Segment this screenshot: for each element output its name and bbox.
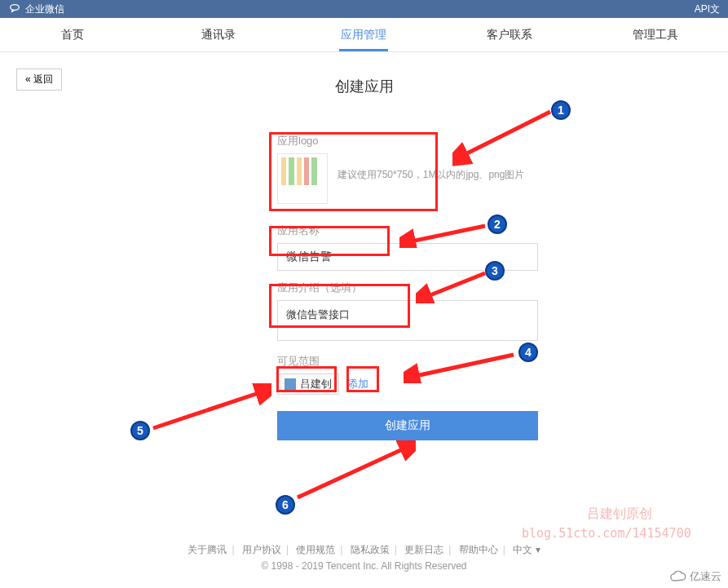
scope-user-tag[interactable]: 吕建钊: [277, 374, 339, 395]
wework-logo-icon: [8, 2, 21, 15]
logo-section: 应用logo 建议使用750*750，1M以内的jpg、png图片: [277, 134, 546, 204]
watermark-author: 吕建钊原创: [587, 506, 652, 523]
scope-label: 可见范围: [277, 354, 546, 369]
page-title: 创建应用: [335, 77, 394, 96]
name-section: 应用名称: [277, 223, 546, 271]
desc-label: 应用介绍（选填）: [277, 281, 546, 295]
footer: 关于腾讯| 用户协议| 使用规范| 隐私政策| 更新日志| 帮助中心| 中文 ▾…: [0, 543, 728, 572]
badge-1: 1: [551, 100, 571, 120]
nav-tools[interactable]: 管理工具: [582, 18, 728, 51]
badge-3: 3: [485, 261, 505, 281]
cloud-icon: [670, 571, 686, 582]
scope-user-name: 吕建钊: [300, 377, 332, 391]
nav-apps[interactable]: 应用管理: [291, 18, 437, 51]
user-icon: [285, 378, 296, 390]
footer-help[interactable]: 帮助中心: [459, 544, 498, 555]
footer-links: 关于腾讯| 用户协议| 使用规范| 隐私政策| 更新日志| 帮助中心| 中文 ▾: [0, 543, 728, 557]
footer-lang[interactable]: 中文 ▾: [513, 544, 540, 555]
brand-text: 企业微信: [25, 2, 64, 16]
footer-about[interactable]: 关于腾讯: [188, 544, 227, 555]
logo-upload[interactable]: [277, 153, 328, 204]
back-button[interactable]: « 返回: [16, 69, 62, 91]
api-link[interactable]: API文: [695, 2, 720, 16]
footer-rules[interactable]: 使用规范: [296, 544, 335, 555]
footer-copyright: © 1998 - 2019 Tencent Inc. All Rights Re…: [0, 560, 728, 572]
footer-changelog[interactable]: 更新日志: [404, 544, 443, 555]
logo-hint: 建议使用750*750，1M以内的jpg、png图片: [338, 153, 524, 182]
add-scope-link[interactable]: 添加: [347, 377, 368, 391]
badge-6: 6: [276, 495, 295, 515]
footer-terms[interactable]: 用户协议: [242, 544, 281, 555]
cloud-logo: 亿速云: [670, 569, 721, 584]
logo-label: 应用logo: [277, 134, 546, 148]
nav-customers[interactable]: 客户联系: [437, 18, 583, 51]
nav-bar: 首页 通讯录 应用管理 客户联系 管理工具: [0, 18, 728, 52]
badge-2: 2: [488, 214, 507, 234]
app-desc-input[interactable]: [277, 300, 538, 341]
content: « 返回 创建应用 应用logo 建议使用750*750，1M以内的jpg、pn…: [0, 52, 728, 525]
watermark-url: blog.51cto.com/14154700: [522, 526, 691, 541]
badge-5: 5: [130, 421, 150, 440]
nav-contacts[interactable]: 通讯录: [146, 18, 292, 51]
nav-home[interactable]: 首页: [0, 18, 146, 51]
badge-4: 4: [518, 343, 538, 362]
footer-privacy[interactable]: 隐私政策: [351, 544, 390, 555]
scope-section: 可见范围 吕建钊 添加: [277, 354, 546, 395]
desc-section: 应用介绍（选填）: [277, 281, 546, 344]
top-bar: 企业微信 API文: [0, 0, 728, 18]
create-app-button[interactable]: 创建应用: [277, 411, 538, 440]
